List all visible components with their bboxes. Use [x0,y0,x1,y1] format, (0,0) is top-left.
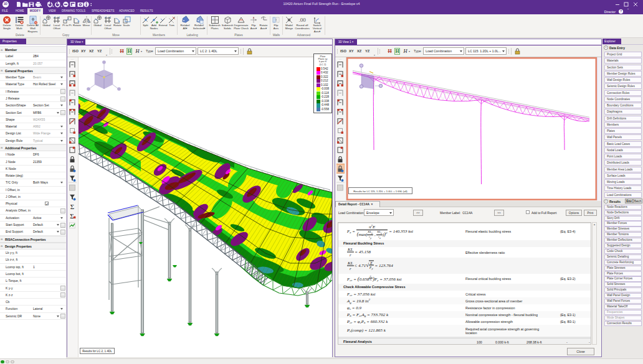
svg-text:Σ: Σ [70,212,74,220]
svg-text:.00: .00 [298,17,306,23]
svg-text:Σ: Σ [70,203,74,210]
